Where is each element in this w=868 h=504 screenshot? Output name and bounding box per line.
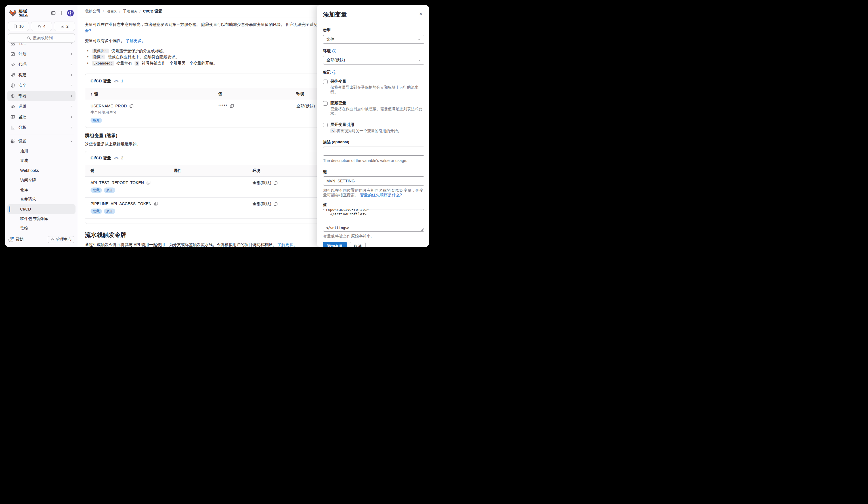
copy-key-icon[interactable]	[130, 104, 133, 108]
protect-variable-checkbox[interactable]	[323, 80, 328, 84]
sidebar-item-code[interactable]: 代码	[7, 59, 75, 70]
chevron-right-icon	[70, 126, 73, 129]
copy-environment-icon[interactable]	[273, 181, 278, 185]
sidebar-item-integrations[interactable]: 集成	[7, 156, 75, 165]
screenshot-canvas: 极狐 GitLab 10 4	[0, 0, 434, 252]
merge-requests-count-button[interactable]: 4	[31, 22, 52, 31]
type-label: 类型	[323, 28, 424, 33]
search-input[interactable]: 搜索或转到...	[8, 33, 75, 43]
merge-request-icon	[38, 24, 41, 28]
grid-icon	[10, 43, 15, 46]
todos-count: 2	[66, 24, 69, 28]
protect-variable-option: 保护变量 仅将变量导出到在受保护的分支和标签上运行的流水线。	[323, 79, 424, 94]
sort-ascending-icon: ↑	[91, 92, 93, 96]
dollar-chip: $	[330, 129, 335, 133]
breadcrumb-separator: /	[103, 9, 104, 14]
mask-variable-option: 隐藏变量 变量将在作业日志中被隐藏。需要值满足正则表达式要求。	[323, 101, 424, 115]
precedence-link[interactable]: 变量的优先顺序是什么?	[360, 193, 402, 197]
app-window: 极狐 GitLab 10 4	[5, 5, 429, 247]
sidebar-item-analyze[interactable]: 分析	[7, 122, 75, 133]
new-plus-icon[interactable]	[59, 11, 64, 16]
user-avatar[interactable]	[67, 10, 74, 17]
sidebar-item-build[interactable]: 构建	[7, 70, 75, 80]
copy-value-icon[interactable]	[230, 104, 234, 108]
option-label[interactable]: 保护变量	[330, 79, 425, 84]
sidebar-item-general[interactable]: 通用	[7, 146, 75, 156]
collapse-sidebar-icon[interactable]	[51, 11, 56, 16]
column-key-sortable[interactable]: ↑ 键	[85, 91, 213, 97]
chevron-right-icon	[70, 52, 73, 56]
what-is-secure-link[interactable]: 全?	[85, 28, 91, 33]
resize-handle-icon[interactable]	[421, 228, 424, 231]
option-label[interactable]: 隐藏变量	[330, 101, 425, 106]
learn-more-link[interactable]: 了解更多。	[126, 38, 146, 43]
flags-help-icon[interactable]: ?	[332, 70, 337, 74]
code-icon: </>	[114, 156, 118, 160]
sidebar-item-plan[interactable]: 计划	[7, 49, 75, 59]
sidebar-item-packages[interactable]: 软件包与镜像库	[7, 214, 75, 224]
sidebar-item-settings[interactable]: 设置	[7, 136, 75, 146]
calendar-icon	[10, 52, 15, 56]
close-icon[interactable]: ✕	[418, 10, 424, 17]
copy-environment-icon[interactable]	[273, 202, 278, 206]
sidebar-menu: 管理 计划 代码 构建	[5, 43, 78, 234]
key-input[interactable]	[323, 177, 424, 185]
table-header: ↑ 键 值 环境	[85, 88, 334, 100]
help-button[interactable]: ? 帮助	[9, 237, 23, 242]
sidebar-item-monitor[interactable]: 监控	[7, 112, 75, 122]
sidebar-item-access-tokens[interactable]: 访问令牌	[7, 175, 75, 185]
expand-reference-checkbox[interactable]	[323, 123, 328, 127]
option-label[interactable]: 展开变量引用	[330, 122, 425, 127]
sidebar-item-merge-requests[interactable]: 合并请求	[7, 195, 75, 204]
copy-key-icon[interactable]	[146, 181, 151, 185]
chevron-right-icon	[70, 84, 73, 87]
sidebar-item-monitor-settings[interactable]: 监控	[7, 224, 75, 233]
expanded-chip: Expanded:	[92, 61, 114, 65]
deploy-icon	[10, 94, 15, 98]
mask-variable-checkbox[interactable]	[323, 101, 328, 106]
todos-count-button[interactable]: 2	[54, 22, 75, 31]
environment-select[interactable]: 全部(默认)	[323, 56, 424, 64]
option-description: $ 将被视为对另一个变量的引用的开始。	[330, 129, 425, 133]
variables-count: 2	[121, 156, 123, 160]
sidebar-item-deploy[interactable]: 部署	[7, 91, 75, 101]
expand-reference-option: 展开变量引用 $ 将被视为对另一个变量的引用的开始。	[323, 122, 424, 133]
sidebar-item-repository[interactable]: 仓库	[7, 185, 75, 195]
sidebar-item-operate[interactable]: 运维	[7, 101, 75, 112]
description-textarea[interactable]	[323, 147, 424, 156]
sidebar-item-security[interactable]: 安全	[7, 80, 75, 91]
merge-requests-count: 4	[43, 24, 46, 28]
project-variables-card: CI/CD 变量 </> 1 ↑ 键 值 环境	[85, 73, 335, 128]
masked-badge: 隐藏	[91, 209, 102, 214]
chevron-right-icon	[70, 63, 73, 66]
cloud-pod-icon	[10, 104, 15, 109]
expanded-badge: 展开	[104, 209, 115, 214]
search-placeholder: 搜索或转到...	[33, 36, 56, 41]
add-variable-button[interactable]: 添加变量	[323, 242, 347, 247]
monitor-icon	[10, 115, 15, 119]
issues-count-button[interactable]: 10	[8, 22, 29, 31]
sidebar-item-usage-quotas[interactable]: 使用量配额	[7, 233, 75, 234]
sidebar-item-cicd[interactable]: CI/CD	[7, 204, 75, 214]
chevron-down-icon	[70, 140, 73, 143]
card-title: CI/CD 变量	[91, 78, 111, 84]
column-key: 键	[85, 168, 168, 173]
breadcrumb-subproject-a[interactable]: 子项目A	[123, 9, 137, 14]
card-footer	[85, 219, 334, 224]
breadcrumb-project-x[interactable]: 项目X	[106, 9, 117, 14]
sidebar-counts: 10 4 2	[8, 22, 75, 31]
sidebar-item-manage[interactable]: 管理	[7, 43, 75, 49]
copy-key-icon[interactable]	[154, 202, 158, 206]
chart-icon	[10, 125, 15, 130]
sidebar-item-webhooks[interactable]: Webhooks	[7, 165, 75, 175]
cancel-button[interactable]: 取消	[350, 242, 365, 247]
environment-help-icon[interactable]: ?	[332, 49, 337, 53]
type-select[interactable]: 文件	[323, 35, 424, 44]
triggers-learn-more-link[interactable]: 了解更多。	[277, 242, 297, 247]
notification-dot	[12, 236, 14, 239]
shield-icon	[10, 83, 15, 88]
column-attributes: 属性	[168, 168, 247, 173]
admin-center-button[interactable]: 管理中心	[48, 236, 74, 243]
value-textarea[interactable]: repo</activeProfile> </activeProfiles> <…	[323, 209, 424, 232]
breadcrumb-company[interactable]: 我的公司	[85, 9, 100, 14]
